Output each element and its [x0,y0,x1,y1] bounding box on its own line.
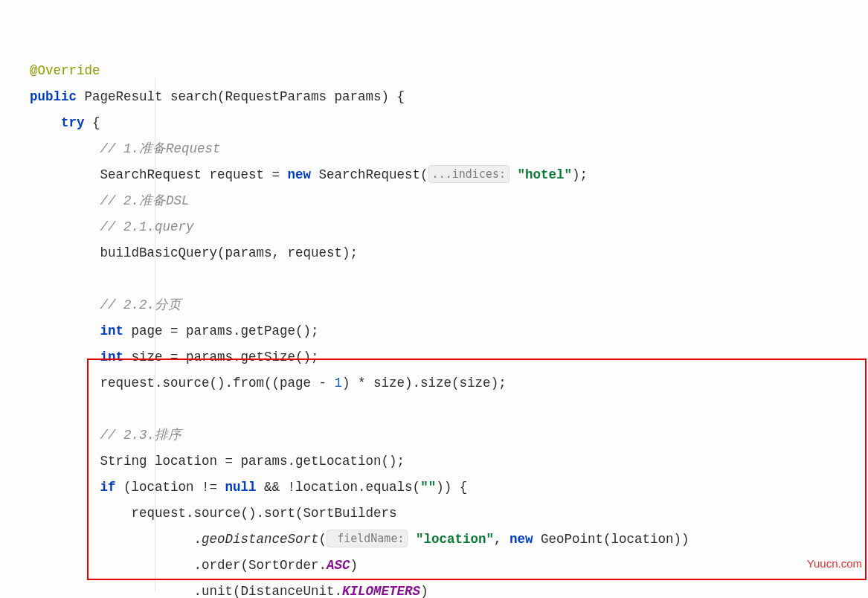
watermark: Yuucn.com [807,550,862,576]
code-editor: @Override public PageResult search(Reque… [0,0,868,598]
comment: // 2.2.分页 [100,298,182,312]
comment: // 2.准备DSL [100,193,190,208]
comment: // 2.1.query [100,219,194,234]
sig: PageResult search(RequestParams params) … [77,89,405,104]
kw-public: public [30,89,77,104]
param-hint: fieldName: [327,530,408,547]
param-hint: ...indices: [428,165,509,183]
kw-try: try [61,115,85,130]
annotation: @Override [30,63,100,78]
comment: // 2.3.排序 [100,428,182,443]
comment: // 1.准备Request [100,141,221,156]
